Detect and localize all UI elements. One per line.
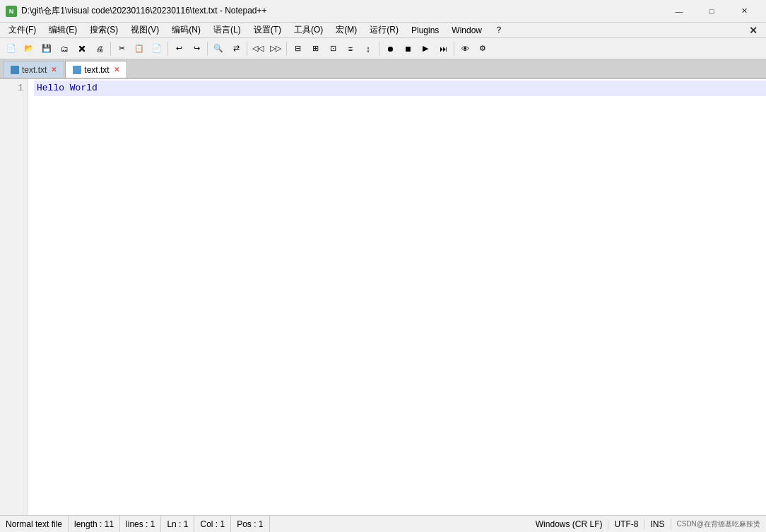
tb-sep-3 (207, 42, 208, 56)
status-pos: Pos : 1 (231, 516, 269, 532)
tb-sep-7 (454, 42, 454, 56)
tb-copy-button[interactable]: 📋 (131, 40, 148, 57)
tb-format4-button[interactable]: ≡ (342, 40, 359, 57)
tb-redo-button[interactable]: ↪ (188, 40, 205, 57)
tab-2-icon (73, 66, 81, 74)
tb-sep-5 (286, 42, 287, 56)
title-controls: — □ ✕ (663, 0, 760, 23)
tab-1-icon (11, 66, 19, 74)
tb-extra-button[interactable]: ⚙ (474, 40, 491, 57)
status-right: Windows (CR LF) UTF-8 INS CSDN@在背德基吃麻辣烫 (530, 519, 766, 529)
tb-undo-button[interactable]: ↩ (170, 40, 187, 57)
tb-macro-record-button[interactable]: ⏺ (382, 40, 399, 57)
tb-macro-play-button[interactable]: ▶ (417, 40, 434, 57)
status-lines: lines : 1 (120, 516, 161, 532)
status-length: length : 11 (69, 516, 120, 532)
code-line-1: Hello World (34, 81, 766, 96)
tb-macro-stop-button[interactable]: ⏹ (399, 40, 416, 57)
tb-replace-button[interactable]: ⇄ (228, 40, 244, 57)
tb-prev-button[interactable]: ◁◁ (249, 40, 266, 57)
menu-search[interactable]: 搜索(S) (84, 23, 124, 37)
status-encoding: UTF-8 (608, 519, 644, 529)
menu-bar: 文件(F) 编辑(E) 搜索(S) 视图(V) 编码(N) 语言(L) 设置(T… (0, 23, 766, 38)
title-text: D:\git\仓库1\visual code\20230116\20230116… (21, 5, 663, 17)
editor-content[interactable]: Hello World (28, 79, 766, 515)
toolbar: 📄 📂 💾 🗂 🗙 🖨 ✂ 📋 📄 ↩ ↪ 🔍 ⇄ ◁◁ ▷▷ ⊟ ⊞ ⊡ ≡ … (0, 38, 766, 59)
tb-save-button[interactable]: 💾 (38, 40, 55, 57)
status-file-type: Normal text file (0, 516, 69, 532)
menu-encoding[interactable]: 编码(N) (166, 23, 206, 37)
menu-help[interactable]: ？ (489, 23, 509, 37)
tb-macro-run-button[interactable]: ⏭ (435, 40, 452, 57)
menu-tools[interactable]: 工具(O) (288, 23, 329, 37)
tb-paste-button[interactable]: 📄 (148, 40, 165, 57)
menu-edit[interactable]: 编辑(E) (43, 23, 83, 37)
menu-language[interactable]: 语言(L) (208, 23, 247, 37)
status-eol: Windows (CR LF) (530, 519, 609, 529)
tab-2[interactable]: text.txt ✕ (65, 61, 126, 78)
tab-2-label: text.txt (84, 65, 109, 75)
app-icon: N (6, 6, 17, 17)
tb-next-button[interactable]: ▷▷ (267, 40, 284, 57)
tb-format3-button[interactable]: ⊡ (324, 40, 341, 57)
maximize-button[interactable]: □ (695, 0, 728, 23)
tb-sep-1 (110, 42, 111, 56)
tb-format1-button[interactable]: ⊟ (289, 40, 306, 57)
status-bar: Normal text file length : 11 lines : 1 L… (0, 515, 766, 532)
menu-settings[interactable]: 设置(T) (248, 23, 287, 37)
status-col: Col : 1 (194, 516, 231, 532)
tb-format2-button[interactable]: ⊞ (307, 40, 324, 57)
tb-sep-4 (247, 42, 247, 56)
tb-sep-2 (167, 42, 168, 56)
minimize-button[interactable]: — (663, 0, 695, 23)
tab-bar: text.txt ✕ text.txt ✕ (0, 59, 766, 79)
status-ins: INS (644, 519, 671, 529)
tb-close-button[interactable]: 🗙 (73, 40, 90, 57)
tb-cut-button[interactable]: ✂ (113, 40, 130, 57)
menu-view[interactable]: 视图(V) (125, 23, 165, 37)
title-bar: N D:\git\仓库1\visual code\20230116\202301… (0, 0, 766, 23)
menu-file[interactable]: 文件(F) (3, 23, 42, 37)
tb-sep-6 (379, 42, 379, 56)
close-button[interactable]: ✕ (728, 0, 760, 23)
tb-format5-button[interactable]: ↨ (360, 40, 377, 57)
tab-1[interactable]: text.txt ✕ (3, 61, 64, 78)
tb-view-button[interactable]: 👁 (456, 40, 473, 57)
menu-plugins[interactable]: Plugins (406, 24, 444, 37)
line-number-1: 1 (0, 81, 28, 96)
tb-open-button[interactable]: 📂 (20, 40, 37, 57)
tb-print-button[interactable]: 🖨 (91, 40, 108, 57)
tab-1-label: text.txt (22, 65, 47, 75)
tab-2-close[interactable]: ✕ (114, 66, 119, 73)
menu-run[interactable]: 运行(R) (364, 23, 404, 37)
editor-area: 1 Hello World (0, 79, 766, 515)
tab-1-close[interactable]: ✕ (51, 66, 57, 73)
status-ln: Ln : 1 (161, 516, 194, 532)
line-numbers: 1 (0, 79, 28, 515)
tb-find-button[interactable]: 🔍 (210, 40, 227, 57)
tb-new-button[interactable]: 📄 (3, 40, 20, 57)
tb-save-all-button[interactable]: 🗂 (56, 40, 73, 57)
menu-close-button[interactable]: ✕ (743, 23, 763, 37)
menu-window[interactable]: Window (446, 24, 488, 37)
status-watermark: CSDN@在背德基吃麻辣烫 (671, 519, 767, 529)
menu-macro[interactable]: 宏(M) (330, 23, 363, 37)
